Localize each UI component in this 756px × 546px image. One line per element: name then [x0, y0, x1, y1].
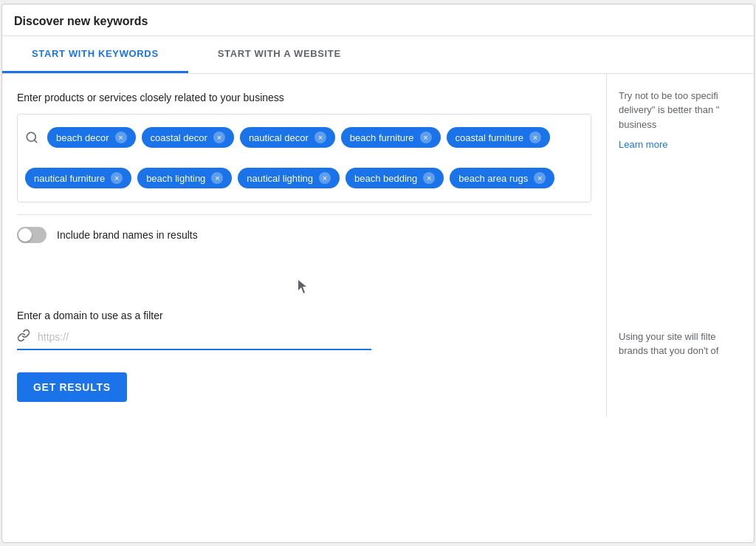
remove-coastal-furniture[interactable]: × [529, 132, 541, 143]
domain-input[interactable] [38, 330, 371, 344]
chip-nautical-furniture: nautical furniture × [25, 168, 131, 188]
main-window: Discover new keywords START WITH KEYWORD… [1, 4, 755, 543]
remove-beach-furniture[interactable]: × [420, 132, 432, 143]
remove-beach-decor[interactable]: × [115, 132, 127, 143]
chip-coastal-furniture: coastal furniture × [447, 127, 551, 148]
search-icon [25, 131, 38, 144]
tabs-row: START WITH KEYWORDS START WITH A WEBSITE [2, 36, 754, 74]
tab-website[interactable]: START WITH A WEBSITE [188, 36, 371, 73]
tab-keywords[interactable]: START WITH KEYWORDS [2, 36, 188, 73]
remove-nautical-lighting[interactable]: × [319, 172, 331, 184]
remove-nautical-decor[interactable]: × [315, 132, 326, 143]
toggle-knob [18, 228, 32, 242]
chip-beach-furniture: beach furniture × [341, 127, 441, 148]
keywords-area: beach decor × coastal decor × nautical d… [17, 114, 591, 202]
left-panel: Enter products or services closely relat… [2, 74, 606, 417]
chip-beach-lighting: beach lighting × [137, 168, 232, 188]
cursor-area [17, 265, 591, 310]
remove-coastal-decor[interactable]: × [213, 132, 225, 143]
toggle-label: Include brand names in results [57, 229, 198, 241]
domain-input-row [17, 329, 371, 350]
chip-beach-area-rugs: beach area rugs × [450, 168, 554, 188]
remove-beach-lighting[interactable]: × [211, 172, 223, 184]
tip-text: Try not to be too specifi delivery" is b… [619, 89, 742, 132]
remove-beach-area-rugs[interactable]: × [534, 172, 546, 184]
right-panel: Try not to be too specifi delivery" is b… [606, 74, 754, 417]
remove-nautical-furniture[interactable]: × [111, 172, 123, 184]
brand-names-toggle[interactable] [17, 227, 47, 243]
learn-more-link[interactable]: Learn more [619, 137, 742, 152]
filter-text-section: Using your site will filte brands that y… [619, 330, 742, 358]
chip-beach-bedding: beach bedding × [346, 168, 444, 188]
get-results-button[interactable]: GET RESULTS [17, 372, 127, 402]
remove-beach-bedding[interactable]: × [423, 172, 435, 184]
chip-nautical-lighting: nautical lighting × [238, 168, 340, 188]
title-bar: Discover new keywords [2, 4, 754, 36]
chip-beach-decor: beach decor × [47, 127, 136, 148]
filter-text: Using your site will filte brands that y… [619, 330, 742, 358]
domain-label: Enter a domain to use as a filter [17, 310, 591, 321]
toggle-row: Include brand names in results [17, 227, 591, 243]
chip-coastal-decor: coastal decor × [142, 127, 234, 148]
link-icon [17, 329, 30, 346]
keywords-section-label: Enter products or services closely relat… [17, 92, 591, 103]
page-title: Discover new keywords [14, 15, 742, 28]
main-content: Enter products or services closely relat… [2, 74, 754, 417]
svg-line-1 [34, 140, 36, 142]
chip-nautical-decor: nautical decor × [240, 127, 335, 148]
divider-1 [17, 214, 591, 215]
